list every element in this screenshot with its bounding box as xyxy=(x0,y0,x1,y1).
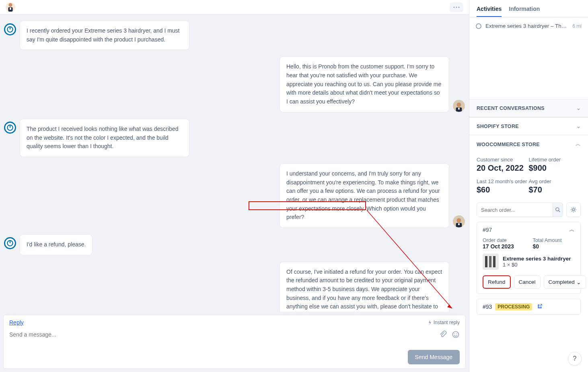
activity-item[interactable]: Extreme series 3 hairdryer – Thri... 6 m… xyxy=(469,17,588,35)
order-id: #93 xyxy=(483,304,492,310)
lifetime-order-label: Lifetime order xyxy=(529,157,581,163)
product-thumb xyxy=(483,254,499,270)
message-row: The product I received looks nothing lik… xyxy=(4,119,465,157)
order-id: #97 xyxy=(483,227,492,233)
power-icon xyxy=(6,26,14,33)
topbar xyxy=(0,0,469,14)
customer-since-value: 20 Oct, 2022 xyxy=(477,163,529,173)
svg-point-24 xyxy=(454,333,455,334)
reply-tab[interactable]: Reply xyxy=(9,319,24,326)
chevron-down-icon: ⌄ xyxy=(576,105,581,111)
refund-button[interactable]: Refund xyxy=(483,275,511,289)
message-row: I understand your concerns, and I'm trul… xyxy=(4,164,465,227)
order-date-label: Order date xyxy=(483,238,525,243)
section-label: WOOCOMMERCE STORE xyxy=(477,142,540,147)
message-bubble: I'd like a refund, please. xyxy=(20,235,92,255)
customer-since-label: Customer since xyxy=(477,157,529,163)
settings-button[interactable] xyxy=(566,203,581,217)
tab-activities[interactable]: Activities xyxy=(477,6,502,17)
svg-point-30 xyxy=(572,209,574,211)
person-icon xyxy=(454,217,463,227)
svg-rect-2 xyxy=(10,7,11,9)
sidebar: Activities Information Extreme series 3 … xyxy=(469,0,588,372)
completed-label: Completed xyxy=(549,279,575,285)
chevron-up-icon: ︿ xyxy=(569,226,575,234)
emoji-icon[interactable] xyxy=(452,331,460,339)
section-recent-conversations[interactable]: RECENT CONVERSATIONS ⌄ xyxy=(469,99,588,117)
completed-dropdown[interactable]: Completed ⌄ xyxy=(544,275,586,289)
svg-point-4 xyxy=(456,6,457,8)
external-link-icon[interactable] xyxy=(537,304,543,310)
customer-avatar xyxy=(6,2,15,12)
person-icon xyxy=(454,101,463,112)
svg-point-8 xyxy=(457,103,461,107)
search-button[interactable] xyxy=(553,203,563,217)
message-row: Of course, I've initiated a refund for y… xyxy=(4,262,465,312)
svg-rect-33 xyxy=(489,256,491,267)
product-qty: 1 × $0 xyxy=(503,262,571,268)
cancel-button[interactable]: Cancel xyxy=(514,275,541,289)
message-bubble: I understand your concerns, and I'm trul… xyxy=(280,164,449,227)
avg-order-value: $70 xyxy=(529,185,581,194)
power-icon xyxy=(6,240,14,247)
last12-label: Last 12 month's order xyxy=(477,178,529,184)
order-search-input[interactable] xyxy=(477,204,553,216)
svg-point-5 xyxy=(458,6,459,8)
customer-avatar-icon xyxy=(4,122,16,134)
customer-avatar-icon xyxy=(4,237,16,249)
instant-reply-button[interactable]: Instant reply xyxy=(428,320,460,325)
message-bubble: Hello, this is Pronob from the customer … xyxy=(280,57,449,112)
section-woocommerce[interactable]: WOOCOMMERCE STORE ︿ xyxy=(469,135,588,153)
svg-rect-10 xyxy=(458,108,460,110)
svg-point-25 xyxy=(456,333,457,334)
chat-area: I recently ordered your Extreme series 3… xyxy=(0,14,469,312)
lifetime-order-value: $900 xyxy=(529,163,581,173)
section-label: SHOPIFY STORE xyxy=(477,124,519,129)
chevron-down-icon: ⌄ xyxy=(576,279,581,285)
order-card-93[interactable]: #93 PROCESSING xyxy=(477,299,581,315)
svg-rect-34 xyxy=(493,256,495,267)
svg-point-13 xyxy=(457,218,461,223)
customer-avatar-icon xyxy=(4,23,16,35)
agent-avatar xyxy=(453,100,465,112)
message-bubble: The product I received looks nothing lik… xyxy=(20,119,189,157)
status-badge: PROCESSING xyxy=(495,303,532,310)
message-bubble: I recently ordered your Extreme series 3… xyxy=(20,21,189,50)
svg-point-23 xyxy=(453,332,459,338)
message-input[interactable] xyxy=(9,329,439,340)
order-card-header[interactable]: #97 ︿ xyxy=(477,222,580,238)
sidebar-tabs: Activities Information xyxy=(469,0,588,17)
product-image-icon xyxy=(483,254,499,270)
person-icon xyxy=(6,2,15,12)
more-button[interactable] xyxy=(450,2,463,12)
order-search-box xyxy=(477,203,563,217)
help-button[interactable]: ? xyxy=(568,352,582,366)
order-total-label: Total Amount xyxy=(533,238,575,243)
gear-icon xyxy=(570,207,577,213)
tab-information[interactable]: Information xyxy=(509,6,540,17)
agent-avatar xyxy=(453,215,465,227)
chevron-down-icon: ⌄ xyxy=(576,123,581,129)
message-row: Hello, this is Pronob from the customer … xyxy=(4,57,465,112)
svg-point-28 xyxy=(556,208,559,211)
message-row: I recently ordered your Extreme series 3… xyxy=(4,21,465,50)
attachment-icon[interactable] xyxy=(439,331,447,339)
svg-line-29 xyxy=(559,211,560,212)
message-row: I'd like a refund, please. xyxy=(4,235,465,255)
ellipsis-icon xyxy=(453,6,460,8)
product-name: Extreme series 3 hairdryer xyxy=(503,256,571,262)
order-total-value: $0 xyxy=(533,243,575,250)
order-line-item: Extreme series 3 hairdryer 1 × $0 xyxy=(483,254,575,270)
woo-body: Customer since 20 Oct, 2022 Lifetime ord… xyxy=(469,153,588,325)
section-shopify[interactable]: SHOPIFY STORE ⌄ xyxy=(469,117,588,135)
power-icon xyxy=(6,124,14,131)
circle-icon xyxy=(476,23,481,29)
order-date-value: 17 Oct 2023 xyxy=(483,243,525,250)
last12-value: $60 xyxy=(477,185,529,194)
svg-point-0 xyxy=(8,3,12,6)
order-card-97: #97 ︿ Order date 17 Oct 2023 Total Amoun… xyxy=(477,222,581,294)
svg-rect-15 xyxy=(458,223,460,225)
section-label: RECENT CONVERSATIONS xyxy=(477,105,545,111)
send-button[interactable]: Send Message xyxy=(408,350,460,364)
svg-rect-32 xyxy=(485,256,487,267)
